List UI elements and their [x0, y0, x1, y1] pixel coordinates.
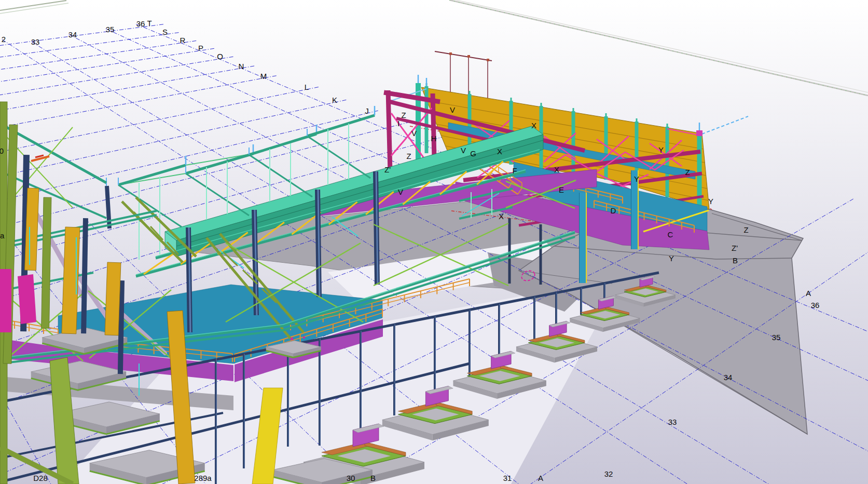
model-viewport-3d[interactable]: 233343536TSRPONMLKJZIVHVVGZZ'VXXFXEXYZYY…: [0, 0, 868, 484]
grid-label: Z: [685, 168, 690, 177]
grid-label: M: [260, 72, 267, 80]
grid-label: 33: [668, 418, 677, 426]
grid-label: Y: [634, 174, 639, 183]
grid-label: 2: [2, 35, 6, 44]
grid-label: 31: [503, 474, 512, 482]
grid-label: V: [411, 129, 417, 138]
grid-label: R: [180, 36, 186, 45]
scene-svg[interactable]: 233343536TSRPONMLKJZIVHVVGZZ'VXXFXEXYZYY…: [0, 0, 868, 484]
grid-label: V: [461, 146, 466, 155]
grid-label: 9a: [0, 231, 5, 240]
grid-label: Y: [708, 197, 713, 206]
grid-label: P: [198, 44, 203, 52]
grid-label: B: [370, 474, 376, 482]
grid-label: B: [733, 256, 738, 265]
grid-label: 0: [0, 146, 4, 155]
grid-label: D28: [33, 474, 48, 482]
grid-label: O: [217, 52, 223, 61]
grid-label: H: [431, 134, 437, 143]
grid-label: Z: [401, 111, 406, 119]
grid-label: Z: [743, 225, 748, 234]
grid-label: E: [559, 185, 564, 194]
grid-label: V: [398, 187, 403, 196]
grid-label: 35: [106, 25, 115, 34]
grid-label: A: [538, 474, 543, 482]
grid-label: 36: [136, 19, 145, 28]
grid-label: X: [499, 212, 504, 221]
grid-label: L: [305, 83, 309, 91]
grid-label: 32: [604, 469, 613, 478]
grid-label: Y: [669, 254, 674, 263]
grid-label: F: [512, 166, 517, 175]
grid-label: 30: [347, 474, 355, 482]
grid-label: T: [147, 19, 151, 28]
grid-label: G: [470, 149, 476, 158]
grid-label: 36: [811, 301, 820, 310]
grid-label: 33: [31, 37, 40, 46]
grid-label: Y: [658, 145, 664, 154]
grid-label: X: [554, 165, 559, 174]
grid-label: A: [806, 289, 811, 298]
grid-label: X: [497, 147, 502, 156]
grid-label: C: [668, 230, 673, 239]
grid-label: 289a: [194, 474, 212, 482]
grid-label: D: [611, 206, 616, 215]
grid-label: J: [365, 106, 369, 115]
grid-label: X: [531, 121, 536, 130]
grid-label: Z: [406, 152, 411, 160]
grid-label: K: [332, 96, 337, 104]
grid-label: Z': [384, 165, 391, 174]
grid-label: V: [450, 105, 455, 114]
grid-label: N: [239, 62, 244, 71]
grid-label: 35: [772, 333, 781, 342]
grid-label: 34: [68, 30, 77, 39]
grid-label: I: [397, 119, 399, 128]
grid-label: Z': [732, 244, 738, 252]
grid-label: 34: [724, 373, 733, 382]
grid-label: S: [162, 28, 168, 36]
